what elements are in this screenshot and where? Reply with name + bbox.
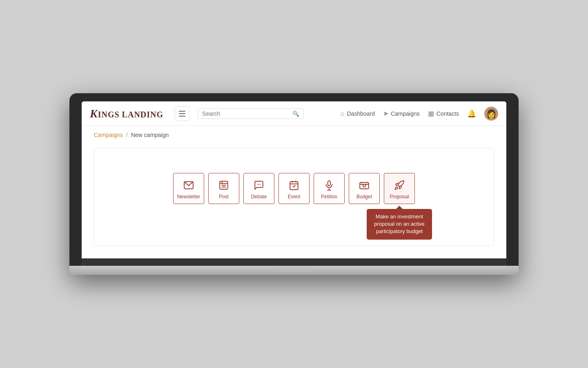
chat-icon bbox=[254, 180, 264, 191]
calendar-icon bbox=[289, 180, 299, 191]
notifications-bell[interactable]: 🔔 bbox=[467, 109, 476, 118]
navbar: Kings Landing 🔍 ⌂ Dashboard ➤ Camp bbox=[82, 101, 506, 126]
search-box: 🔍 bbox=[198, 108, 304, 119]
money-icon bbox=[359, 180, 370, 191]
laptop-frame: Kings Landing 🔍 ⌂ Dashboard ➤ Camp bbox=[69, 93, 519, 275]
campaign-type-budget[interactable]: Budget bbox=[349, 173, 380, 204]
mail-icon bbox=[183, 180, 194, 191]
campaign-type-proposal-wrapper: Proposal Make an investment proposal on … bbox=[384, 173, 415, 204]
breadcrumb: Campaigns / New campaign bbox=[82, 126, 506, 144]
svg-rect-16 bbox=[360, 183, 369, 189]
laptop-notch bbox=[278, 269, 310, 272]
campaign-type-post[interactable]: Post bbox=[208, 173, 239, 204]
campaign-card: Newsletter Post bbox=[94, 148, 494, 246]
campaign-type-newsletter[interactable]: Newsletter bbox=[173, 173, 204, 204]
svg-rect-13 bbox=[328, 181, 331, 186]
mic-icon bbox=[324, 180, 334, 191]
nav-contacts[interactable]: ▦ Contacts bbox=[428, 110, 459, 117]
search-icon: 🔍 bbox=[292, 110, 299, 117]
rocket-icon bbox=[394, 180, 405, 191]
nav-links: ⌂ Dashboard ➤ Campaigns ▦ Contacts 🔔 👩 bbox=[341, 107, 498, 121]
campaign-type-debate[interactable]: Debate bbox=[243, 173, 274, 204]
campaign-type-proposal[interactable]: Proposal bbox=[384, 173, 415, 204]
contacts-icon: ▦ bbox=[428, 110, 434, 117]
main-content: Newsletter Post bbox=[82, 144, 506, 258]
nav-campaigns[interactable]: ➤ Campaigns bbox=[383, 110, 420, 117]
footer-bar bbox=[82, 258, 506, 266]
campaign-types: Newsletter Post bbox=[173, 173, 415, 213]
svg-point-17 bbox=[363, 184, 366, 187]
proposal-tooltip: Make an investment proposal on an active… bbox=[367, 209, 432, 240]
breadcrumb-current: New campaign bbox=[131, 132, 169, 138]
home-icon: ⌂ bbox=[341, 110, 345, 117]
campaign-type-event[interactable]: Event bbox=[278, 173, 310, 204]
logo: Kings Landing bbox=[90, 107, 163, 120]
campaign-type-petition[interactable]: Petition bbox=[314, 173, 345, 204]
laptop-base bbox=[69, 266, 519, 275]
breadcrumb-separator: / bbox=[126, 132, 128, 138]
svg-rect-9 bbox=[290, 182, 298, 190]
svg-point-6 bbox=[257, 184, 258, 185]
svg-point-8 bbox=[260, 184, 261, 185]
svg-point-7 bbox=[258, 184, 259, 185]
hamburger-button[interactable] bbox=[175, 106, 189, 121]
breadcrumb-campaigns[interactable]: Campaigns bbox=[94, 132, 123, 138]
laptop-screen: Kings Landing 🔍 ⌂ Dashboard ➤ Camp bbox=[82, 101, 506, 266]
newspaper-icon bbox=[218, 180, 229, 191]
send-icon: ➤ bbox=[383, 110, 388, 117]
nav-dashboard[interactable]: ⌂ Dashboard bbox=[341, 110, 375, 117]
search-input[interactable] bbox=[202, 110, 292, 117]
user-avatar[interactable]: 👩 bbox=[484, 107, 498, 121]
